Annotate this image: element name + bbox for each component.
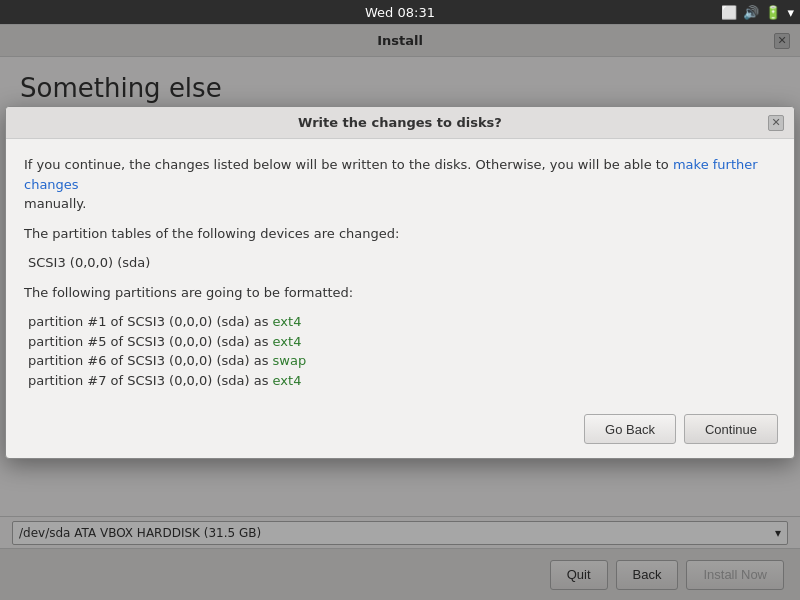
continue-button[interactable]: Continue xyxy=(684,414,778,444)
dialog-partition-tables-heading: The partition tables of the following de… xyxy=(24,224,776,244)
dialog-close-button[interactable]: ✕ xyxy=(768,115,784,131)
format-type-ext4-7: ext4 xyxy=(273,373,302,388)
monitor-icon: ⬜ xyxy=(721,5,737,20)
dialog-partition-table-list: SCSI3 (0,0,0) (sda) xyxy=(24,253,776,273)
write-changes-dialog: Write the changes to disks? ✕ If you con… xyxy=(5,106,795,459)
battery-icon: 🔋 xyxy=(765,5,781,20)
list-item: partition #7 of SCSI3 (0,0,0) (sda) as e… xyxy=(24,371,776,391)
format-type-ext4-5: ext4 xyxy=(273,334,302,349)
dialog-formatted-partitions-heading: The following partitions are going to be… xyxy=(24,283,776,303)
top-bar: Wed 08:31 ⬜ 🔊 🔋 ▾ xyxy=(0,0,800,24)
chevron-down-icon: ▾ xyxy=(787,5,794,20)
dialog-body: If you continue, the changes listed belo… xyxy=(6,139,794,406)
dialog-overlay: Write the changes to disks? ✕ If you con… xyxy=(0,25,800,600)
list-item: partition #6 of SCSI3 (0,0,0) (sda) as s… xyxy=(24,351,776,371)
list-item: partition #5 of SCSI3 (0,0,0) (sda) as e… xyxy=(24,332,776,352)
go-back-button[interactable]: Go Back xyxy=(584,414,676,444)
dialog-warning-text: If you continue, the changes listed belo… xyxy=(24,155,776,214)
system-clock: Wed 08:31 xyxy=(365,5,435,20)
dialog-link-text: make further changes xyxy=(24,157,758,192)
format-type-swap: swap xyxy=(273,353,307,368)
system-tray: ⬜ 🔊 🔋 ▾ xyxy=(721,5,794,20)
dialog-titlebar: Write the changes to disks? ✕ xyxy=(6,107,794,139)
dialog-formatted-partitions-list: partition #1 of SCSI3 (0,0,0) (sda) as e… xyxy=(24,312,776,390)
dialog-footer: Go Back Continue xyxy=(6,406,794,458)
volume-icon: 🔊 xyxy=(743,5,759,20)
format-type-ext4-1: ext4 xyxy=(273,314,302,329)
dialog-title: Write the changes to disks? xyxy=(298,115,502,130)
dialog-partition-table-device: SCSI3 (0,0,0) (sda) xyxy=(24,253,776,273)
installer-window: Install ✕ Something else sda1 (ext4) 1.0… xyxy=(0,24,800,600)
list-item: partition #1 of SCSI3 (0,0,0) (sda) as e… xyxy=(24,312,776,332)
